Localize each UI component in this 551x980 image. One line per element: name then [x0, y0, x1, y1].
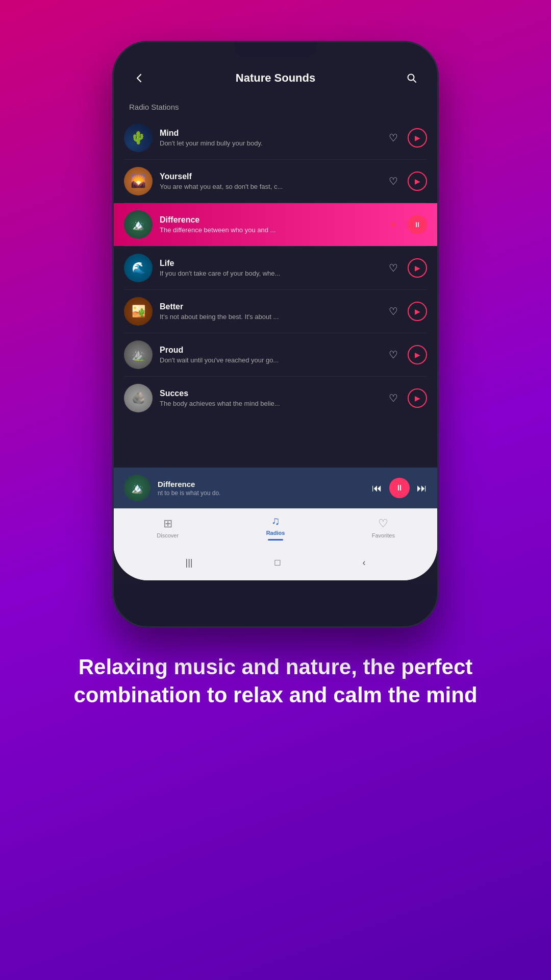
rewind-button[interactable]: ⏮ — [372, 482, 382, 494]
list-item[interactable]: Better It's not about being the best. It… — [114, 290, 437, 333]
play-button[interactable]: ▶ — [408, 172, 427, 191]
favorite-button[interactable]: ♡ — [385, 303, 402, 320]
list-item[interactable]: Succes The body achieves what the mind b… — [114, 377, 437, 420]
favorite-button[interactable]: ♥ — [385, 216, 402, 233]
avatar — [124, 254, 153, 282]
favorites-icon: ♡ — [378, 517, 388, 530]
now-playing-title: Difference — [158, 480, 365, 488]
phone-bottom: ⊞ Discover ♫ Radios ♡ Favorites ||| □ ‹ — [114, 508, 437, 580]
station-desc: Don't let your mind bully your body. — [160, 139, 378, 147]
avatar — [124, 210, 153, 239]
android-home-button[interactable]: □ — [275, 557, 281, 568]
play-button[interactable]: ▶ — [408, 302, 427, 321]
now-playing-avatar — [124, 475, 151, 501]
station-actions: ♡ ▶ — [385, 345, 427, 364]
station-name: Difference — [160, 215, 378, 225]
station-info: Yourself You are what you eat, so don't … — [153, 172, 385, 190]
tab-radios[interactable]: ♫ Radios — [221, 514, 329, 541]
app-content: Nature Sounds Radio Stations Mind — [114, 42, 437, 508]
station-info: Better It's not about being the best. It… — [153, 302, 385, 321]
section-label: Radio Stations — [114, 99, 437, 116]
android-recents-button[interactable]: ‹ — [362, 557, 365, 568]
avatar — [124, 167, 153, 195]
phone-screen: Nature Sounds Radio Stations Mind — [114, 42, 437, 580]
station-desc: Don't wait until you've reached your go.… — [160, 356, 378, 364]
list-item[interactable]: Yourself You are what you eat, so don't … — [114, 160, 437, 203]
station-info: Proud Don't wait until you've reached yo… — [153, 346, 385, 364]
favorite-button[interactable]: ♡ — [385, 260, 402, 276]
station-name: Mind — [160, 129, 378, 138]
play-button[interactable]: ▶ — [408, 128, 427, 148]
station-actions: ♡ ▶ — [385, 302, 427, 321]
station-info: Mind Don't let your mind bully your body… — [153, 129, 385, 147]
now-playing-bar: Difference nt to be is what you do. ⏮ ⏸ … — [114, 468, 437, 508]
pause-button[interactable]: ⏸ — [408, 215, 427, 234]
tagline: Relaxing music and nature, the perfect c… — [0, 628, 551, 729]
station-name: Proud — [160, 346, 378, 355]
bottom-nav: ⊞ Discover ♫ Radios ♡ Favorites — [114, 508, 437, 545]
radios-label: Radios — [266, 530, 285, 536]
avatar — [124, 384, 153, 412]
now-playing-info: Difference nt to be is what you do. — [158, 480, 365, 497]
station-list: Mind Don't let your mind bully your body… — [114, 116, 437, 468]
android-back-button[interactable]: ||| — [186, 557, 193, 568]
list-item[interactable]: Life If you don't take care of your body… — [114, 247, 437, 289]
android-nav: ||| □ ‹ — [114, 545, 437, 580]
favorite-button[interactable]: ♡ — [385, 347, 402, 363]
favorites-label: Favorites — [372, 532, 395, 538]
list-item[interactable]: Mind Don't let your mind bully your body… — [114, 116, 437, 159]
active-indicator — [268, 539, 283, 541]
search-button[interactable] — [402, 68, 422, 88]
station-info: Life If you don't take care of your body… — [153, 259, 385, 277]
discover-label: Discover — [157, 532, 179, 538]
back-button[interactable] — [129, 68, 149, 88]
page-title: Nature Sounds — [236, 71, 315, 85]
station-actions: ♡ ▶ — [385, 258, 427, 278]
station-actions: ♡ ▶ — [385, 128, 427, 148]
station-desc: If you don't take care of your body, whe… — [160, 270, 378, 277]
favorite-button[interactable]: ♡ — [385, 173, 402, 189]
forward-button[interactable]: ⏭ — [417, 482, 427, 494]
tab-favorites[interactable]: ♡ Favorites — [330, 517, 437, 538]
phone-shell: Nature Sounds Radio Stations Mind — [112, 41, 439, 628]
station-actions: ♥ ⏸ — [385, 215, 427, 234]
station-desc: The difference between who you and ... — [160, 226, 378, 234]
station-name: Succes — [160, 389, 378, 398]
play-button[interactable]: ▶ — [408, 388, 427, 408]
station-desc: The body achieves what the mind belie... — [160, 400, 378, 407]
station-actions: ♡ ▶ — [385, 172, 427, 191]
station-name: Life — [160, 259, 378, 268]
station-name: Better — [160, 302, 378, 311]
radios-icon: ♫ — [271, 514, 280, 528]
list-item[interactable]: Proud Don't wait until you've reached yo… — [114, 333, 437, 376]
now-playing-desc: nt to be is what you do. — [158, 489, 365, 497]
discover-icon: ⊞ — [163, 517, 172, 530]
favorite-button[interactable]: ♡ — [385, 390, 402, 406]
tab-discover[interactable]: ⊞ Discover — [114, 517, 221, 538]
favorite-button[interactable]: ♡ — [385, 130, 402, 146]
station-name: Yourself — [160, 172, 378, 181]
station-info: Succes The body achieves what the mind b… — [153, 389, 385, 407]
station-desc: It's not about being the best. It's abou… — [160, 313, 378, 321]
list-item[interactable]: Difference The difference between who yo… — [114, 203, 437, 246]
playback-controls: ⏮ ⏸ ⏭ — [372, 478, 427, 498]
avatar — [124, 340, 153, 369]
station-desc: You are what you eat, so don't be fast, … — [160, 183, 378, 190]
play-button[interactable]: ▶ — [408, 258, 427, 278]
avatar — [124, 124, 153, 152]
pause-button[interactable]: ⏸ — [389, 478, 410, 498]
phone-notch — [235, 42, 316, 58]
play-button[interactable]: ▶ — [408, 345, 427, 364]
station-info: Difference The difference between who yo… — [153, 215, 385, 234]
station-actions: ♡ ▶ — [385, 388, 427, 408]
avatar — [124, 297, 153, 326]
